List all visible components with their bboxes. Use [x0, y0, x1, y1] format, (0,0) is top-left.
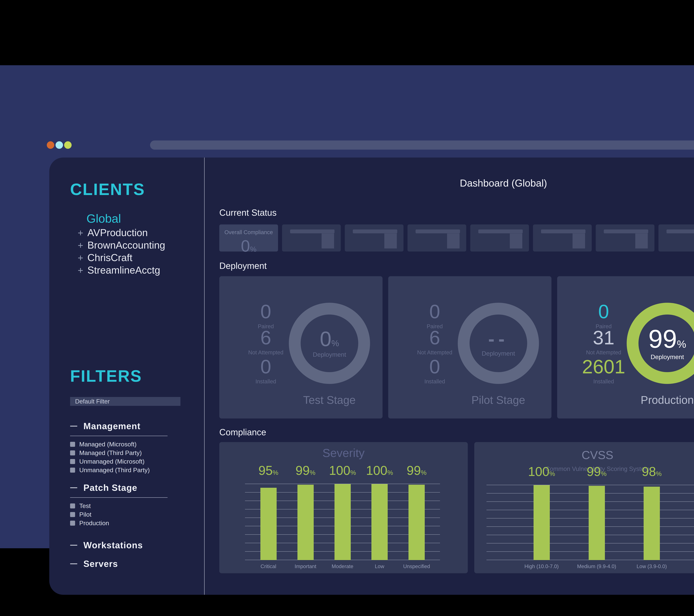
checkbox-icon[interactable] — [70, 468, 75, 473]
filter-section-patch-stage[interactable]: Patch Stage — [70, 483, 137, 493]
stage-title: Test Stage — [273, 394, 386, 406]
checkbox-pilot[interactable]: Pilot — [70, 511, 91, 518]
section-underline — [70, 436, 167, 436]
checkbox-icon[interactable] — [70, 450, 75, 455]
status-skeleton-card — [533, 224, 592, 252]
checkbox-icon[interactable] — [70, 504, 75, 508]
bar — [371, 484, 388, 560]
address-bar[interactable] — [150, 141, 694, 150]
bar-value-label: 99% — [396, 463, 437, 478]
skeleton-block — [384, 234, 397, 249]
bar-category-label: Medium (9.9-4.0) — [569, 563, 624, 569]
gridline — [487, 485, 694, 485]
client-item[interactable]: + AVProduction — [78, 227, 148, 238]
expand-plus-icon[interactable]: + — [78, 265, 83, 276]
filters-heading: FILTERS — [70, 368, 142, 384]
skeleton-line — [666, 230, 694, 233]
cvss-plot: 100%High (10.0-7.0)99%Medium (9.9-4.0)98… — [487, 485, 694, 560]
section-underline — [70, 497, 167, 498]
bar-category-label: High (10.0-7.0) — [514, 563, 569, 569]
browser-window: CLIENTS Global + AVProduction + BrownAcc… — [0, 65, 694, 548]
traffic-light-maximize-icon[interactable] — [64, 141, 72, 149]
clients-heading: CLIENTS — [70, 181, 145, 198]
skeleton-line — [478, 230, 523, 233]
bar-value-label: 95% — [248, 463, 289, 478]
sidebar-divider — [204, 158, 205, 595]
status-skeleton-card — [282, 224, 341, 252]
skeleton-line — [541, 230, 585, 233]
bar — [408, 485, 425, 560]
checkbox-unmanaged-third-party[interactable]: Unmanaged (Third Party) — [70, 467, 150, 474]
filter-section-workstations[interactable]: Workstations — [70, 540, 143, 550]
stage-title: Production — [611, 394, 694, 406]
current-status-label: Current Status — [219, 208, 277, 217]
skeleton-block — [572, 234, 585, 249]
bar-value-label: 100% — [521, 464, 562, 479]
status-skeleton-card — [470, 224, 529, 252]
skeleton-line — [416, 230, 460, 233]
status-skeleton-card — [345, 224, 403, 252]
checkbox-test[interactable]: Test — [70, 502, 91, 509]
dashboard-panel: CLIENTS Global + AVProduction + BrownAcc… — [49, 158, 694, 595]
checkbox-managed-microsoft[interactable]: Managed (Microsoft) — [70, 441, 136, 448]
collapse-dash-icon — [70, 563, 77, 564]
bar — [334, 484, 351, 560]
expand-plus-icon[interactable]: + — [78, 240, 83, 251]
checkbox-icon[interactable] — [70, 459, 75, 464]
bar-value-label: 100% — [359, 463, 400, 478]
bar-value-label: 100% — [322, 463, 363, 478]
overall-compliance-title: Overall Compliance — [219, 229, 278, 235]
collapse-dash-icon — [70, 487, 77, 488]
client-item[interactable]: + StreamlineAcctg — [78, 265, 160, 276]
cvss-chart-card: CVSS Common Vulnerability Scoring System… — [474, 442, 694, 573]
client-item-global[interactable]: Global — [87, 212, 121, 225]
traffic-light-close-icon[interactable] — [47, 141, 54, 149]
severity-chart-card: Severity 95%Critical99%Important100%Mode… — [219, 442, 468, 573]
bar-value-label: 99% — [285, 463, 326, 478]
skeleton-line — [604, 230, 648, 233]
bar — [589, 486, 605, 560]
deployment-card-test: 0 Paired 6 Not Attempted 0 Installed 0% — [219, 276, 383, 418]
skeleton-block — [447, 234, 460, 249]
checkbox-managed-third-party[interactable]: Managed (Third Party) — [70, 449, 142, 456]
traffic-light-minimize-icon[interactable] — [56, 141, 63, 149]
skeleton-block — [510, 234, 522, 249]
bar — [260, 488, 277, 560]
deployment-donut-center: -- Deployment — [458, 303, 539, 384]
compliance-label: Compliance — [219, 428, 266, 437]
default-filter-select[interactable]: Default Filter — [70, 397, 180, 406]
checkbox-icon[interactable] — [70, 512, 75, 517]
checkbox-production[interactable]: Production — [70, 520, 109, 527]
skeleton-block — [322, 234, 334, 249]
bar-category-label: Low (3.9-0.0) — [624, 563, 679, 569]
status-skeleton-card — [658, 224, 694, 252]
deployment-card-pilot: 0 Paired 6 Not Attempted 0 Installed -- — [388, 276, 551, 418]
bar-value-label: 99% — [576, 464, 618, 479]
bar — [644, 487, 660, 560]
client-item[interactable]: + ChrisCraft — [78, 252, 132, 263]
bar-value-label: 98% — [631, 464, 673, 479]
screen: CLIENTS Global + AVProduction + BrownAcc… — [0, 0, 694, 616]
collapse-dash-icon — [70, 426, 77, 427]
checkbox-unmanaged-microsoft[interactable]: Unmanaged (Microsoft) — [70, 458, 145, 465]
deployment-donut-center: 0% Deployment — [289, 303, 370, 384]
deployment-card-production: 0 Paired 31 Not Attempted 2601 Installed… — [557, 276, 694, 418]
status-skeleton-card — [407, 224, 466, 252]
skeleton-block — [635, 234, 648, 249]
deployment-donut-center: 99% Deployment — [627, 303, 694, 384]
collapse-dash-icon — [70, 545, 77, 546]
checkbox-icon[interactable] — [70, 521, 75, 526]
expand-plus-icon[interactable]: + — [78, 228, 83, 238]
bar-category-label: Unspecified — [389, 563, 444, 569]
client-item[interactable]: + BrownAccounting — [78, 239, 165, 251]
status-skeleton-card — [596, 224, 654, 252]
checkbox-icon[interactable] — [70, 442, 75, 447]
severity-plot: 95%Critical99%Important100%Moderate100%L… — [245, 484, 440, 560]
expand-plus-icon[interactable]: + — [78, 252, 83, 263]
bar — [297, 485, 314, 560]
overall-compliance-card: Overall Compliance 0% — [219, 224, 278, 252]
filter-section-servers[interactable]: Servers — [70, 559, 118, 569]
skeleton-line — [290, 230, 334, 233]
deployment-label: Deployment — [219, 261, 267, 270]
filter-section-management[interactable]: Management — [70, 421, 141, 431]
